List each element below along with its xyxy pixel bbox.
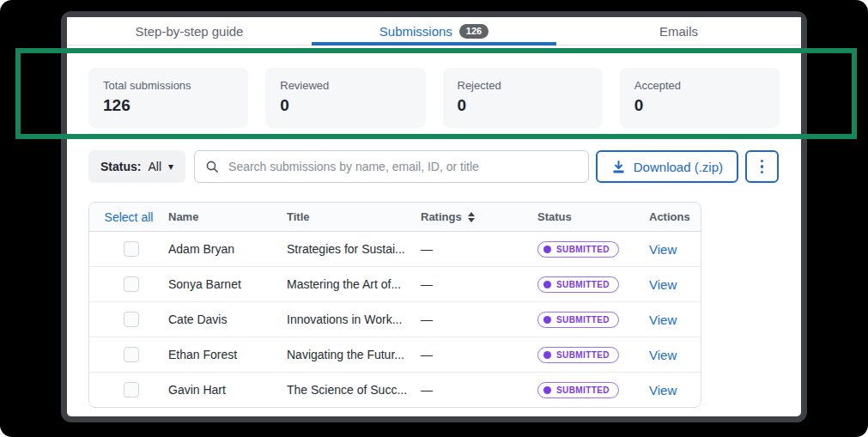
tab-step-by-step-guide[interactable]: Step-by-step guide	[67, 17, 312, 45]
status-badge: SUBMITTED	[537, 276, 619, 293]
search-icon	[205, 160, 219, 173]
submission-rating: —	[421, 313, 537, 326]
submissions-count-badge: 126	[459, 24, 489, 39]
view-link[interactable]: View	[649, 242, 677, 257]
view-link[interactable]: View	[649, 313, 677, 327]
select-all-link[interactable]: Select all	[89, 210, 168, 224]
status-filter-label: Status:	[100, 160, 141, 173]
toolbar: Status: All ▾ Download (.zip)	[88, 150, 779, 183]
stat-card-reviewed: Reviewed 0	[265, 68, 425, 128]
row-checkbox[interactable]	[124, 347, 139, 362]
status-dot-icon	[543, 246, 551, 253]
stat-label: Total submissions	[103, 79, 234, 92]
screenshot-canvas: Step-by-step guide Submissions 126 Email…	[0, 0, 868, 437]
stat-label: Reviewed	[280, 79, 410, 92]
column-header-ratings[interactable]: Ratings	[421, 210, 537, 223]
status-dot-icon	[543, 281, 551, 288]
table-row: Sonya Barnet Mastering the Art of... — S…	[89, 267, 701, 302]
submission-name: Cate Davis	[168, 313, 287, 326]
download-icon	[611, 160, 626, 174]
tab-emails[interactable]: Emails	[556, 17, 801, 45]
row-kebab-menu[interactable]	[699, 275, 701, 294]
stat-value: 0	[458, 96, 588, 115]
row-checkbox[interactable]	[124, 241, 139, 257]
tab-label: Step-by-step guide	[136, 24, 244, 39]
table-row: Adam Bryan Strategies for Sustai... — SU…	[89, 232, 701, 267]
tab-submissions[interactable]: Submissions 126	[312, 17, 556, 45]
stat-label: Accepted	[634, 79, 765, 92]
stat-value: 126	[103, 96, 234, 115]
status-filter-value: All	[148, 160, 161, 173]
tab-label: Submissions	[379, 24, 452, 39]
status-filter-dropdown[interactable]: Status: All ▾	[88, 150, 185, 183]
active-tab-underline	[312, 42, 556, 46]
table-row: Gavin Hart The Science of Succ... — SUBM…	[89, 373, 701, 407]
toolbar-kebab-menu-button[interactable]	[745, 150, 779, 183]
download-button-label: Download (.zip)	[634, 160, 723, 174]
caret-down-icon: ▾	[168, 161, 173, 172]
app-window: Step-by-step guide Submissions 126 Email…	[61, 11, 807, 422]
stat-value: 0	[280, 96, 410, 115]
stat-card-rejected: Rejected 0	[443, 68, 603, 128]
status-badge: SUBMITTED	[537, 382, 619, 398]
column-header-name: Name	[168, 210, 287, 223]
table-row: Cate Davis Innovations in Work... — SUBM…	[89, 302, 701, 337]
view-link[interactable]: View	[649, 277, 677, 292]
submission-title: The Science of Succ...	[287, 383, 421, 397]
status-badge: SUBMITTED	[537, 312, 619, 328]
status-dot-icon	[543, 386, 551, 394]
row-kebab-menu[interactable]	[699, 310, 701, 329]
submission-rating: —	[421, 277, 537, 291]
status-badge: SUBMITTED	[537, 347, 619, 363]
table-row: Ethan Forest Navigating the Futur... — S…	[89, 337, 701, 373]
search-input[interactable]	[227, 159, 578, 174]
row-checkbox[interactable]	[124, 382, 139, 398]
submission-title: Strategies for Sustai...	[287, 242, 421, 256]
row-kebab-menu[interactable]	[699, 345, 701, 364]
submission-title: Navigating the Futur...	[287, 348, 421, 361]
column-header-status: Status	[537, 210, 634, 223]
column-header-title: Title	[287, 210, 421, 223]
submission-name: Adam Bryan	[168, 242, 287, 256]
submission-name: Sonya Barnet	[168, 277, 287, 291]
sort-icon	[468, 212, 475, 222]
submission-rating: —	[421, 383, 537, 397]
row-kebab-menu[interactable]	[699, 380, 701, 399]
status-dot-icon	[543, 351, 551, 359]
status-dot-icon	[543, 316, 551, 324]
tab-bar: Step-by-step guide Submissions 126 Email…	[67, 17, 801, 46]
view-link[interactable]: View	[649, 383, 677, 398]
submissions-table: Select all Name Title Ratings Status Act…	[88, 202, 701, 408]
row-checkbox[interactable]	[124, 276, 139, 292]
submission-name: Ethan Forest	[168, 348, 287, 361]
stat-card-total-submissions: Total submissions 126	[88, 68, 248, 128]
stats-row: Total submissions 126 Reviewed 0 Rejecte…	[88, 68, 780, 128]
submission-title: Mastering the Art of...	[287, 277, 421, 291]
row-checkbox[interactable]	[124, 312, 139, 327]
tab-label: Emails	[659, 24, 698, 39]
status-badge: SUBMITTED	[537, 241, 619, 258]
search-box	[194, 150, 589, 183]
stat-card-accepted: Accepted 0	[620, 68, 780, 128]
submission-rating: —	[421, 348, 537, 361]
table-header-row: Select all Name Title Ratings Status Act…	[89, 203, 701, 232]
view-link[interactable]: View	[649, 348, 677, 362]
submission-rating: —	[421, 242, 537, 256]
stat-value: 0	[634, 96, 765, 115]
kebab-icon	[761, 160, 764, 163]
download-zip-button[interactable]: Download (.zip)	[596, 150, 738, 183]
submission-title: Innovations in Work...	[287, 313, 421, 326]
column-header-actions: Actions	[634, 210, 701, 223]
row-kebab-menu[interactable]	[699, 240, 701, 258]
submission-name: Gavin Hart	[168, 383, 287, 397]
stat-label: Rejected	[458, 79, 588, 92]
